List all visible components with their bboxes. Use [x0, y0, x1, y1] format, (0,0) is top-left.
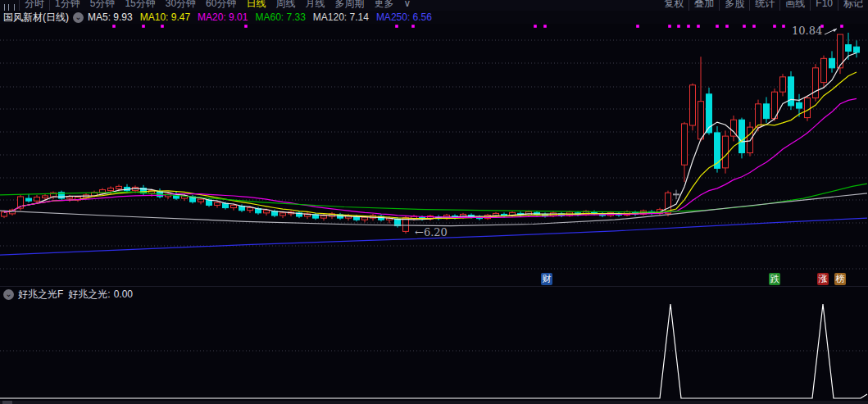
- indicator-value: 0.00: [114, 288, 133, 300]
- candlestick-chart[interactable]: [0, 0, 868, 404]
- high-price-label: 10.84: [792, 25, 822, 37]
- indicator-name: 好兆之光F: [18, 288, 63, 300]
- left-arrow-icon: ←: [415, 226, 424, 238]
- stock-app-window: 分时1分钟5分钟15分钟30分钟60分钟日线周线月线多周期更多∨ 复权叠加多股统…: [0, 0, 868, 404]
- badge-财[interactable]: 财: [541, 273, 552, 285]
- badge-涨[interactable]: 涨: [817, 273, 829, 285]
- badge-跌[interactable]: 跌: [769, 273, 780, 285]
- chevron-down-icon[interactable]: ⌄: [3, 289, 14, 300]
- indicator-header: ⌄好兆之光F好兆之光:0.00: [0, 287, 868, 302]
- indicator-label: 好兆之光:: [68, 288, 110, 300]
- low-price-label: ←6.20: [415, 227, 448, 238]
- badge-榜[interactable]: 榜: [834, 273, 846, 285]
